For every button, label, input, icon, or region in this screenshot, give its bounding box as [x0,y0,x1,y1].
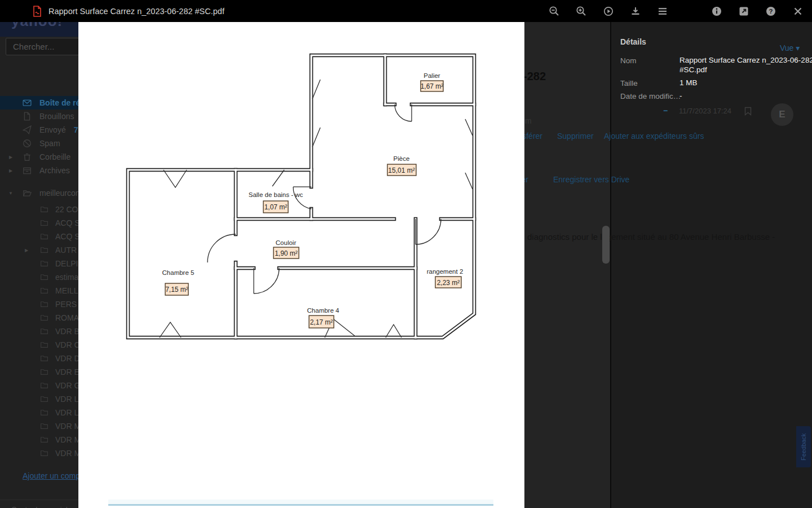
svg-text:rangement 2: rangement 2 [427,268,464,275]
svg-text:2,17 m²: 2,17 m² [310,318,333,326]
folder-icon [40,422,49,431]
supprimer-link[interactable]: Supprimer [557,132,594,141]
subfolder-label: DELPI [55,259,78,268]
pdf-viewer-topbar: Rapport Surface Carrez n_2023-06-282 #SC… [0,0,812,22]
folder-icon [40,327,49,336]
zoom-in-icon[interactable] [576,6,587,17]
svg-text:7,15 m²: 7,15 m² [165,286,188,294]
subfolder-label: VDR D [55,354,80,363]
caret-right-icon[interactable]: ▶ [23,248,30,253]
room-piece: Pièce 15,01 m² [387,155,416,176]
close-icon[interactable] [792,6,804,17]
folder-icon [40,354,49,363]
room-salle-de-bains: Salle de bains - wc 1,07 m² [249,191,303,213]
folder-label: Archives [39,166,70,175]
archive-icon [23,166,32,175]
svg-text:Salle de bains - wc: Salle de bains - wc [249,191,303,198]
bookmark-icon[interactable] [744,107,752,118]
folder-icon [40,218,49,227]
view-menu[interactable]: Vue ▾ [780,43,800,52]
subfolder-label: PERS [55,300,77,309]
folder-icon [40,300,49,309]
scrollbar-thumb[interactable] [602,226,610,264]
svg-text:1,67 m²: 1,67 m² [421,82,444,90]
svg-text:1,07 m²: 1,07 m² [264,203,288,211]
folder-icon [40,313,49,322]
download-icon[interactable] [630,6,641,17]
folder-icon [40,273,49,282]
room-chambre-5: Chambre 5 7,15 m² [162,269,195,295]
email-body-fragment: diagnostics pour le logement situé au 80… [527,232,775,242]
subfolder-label: VDR L [55,395,78,404]
next-page-rule [108,504,493,506]
folder-count-badge: 7 [74,125,78,134]
folder-label: Brouillons [39,112,74,121]
next-page-band [108,500,493,504]
folder-icon [40,408,49,417]
info-icon[interactable] [711,6,722,17]
subfolder-label: estima [55,273,78,282]
folder-icon [40,367,49,376]
expediteurs-surs-link[interactable]: Ajouter aux expéditeurs sûrs [604,132,704,141]
room-rangement-2: rangement 2 2,23 m² [427,268,464,288]
draft-icon [23,112,32,121]
email-subject-fragment: -282 [523,70,546,83]
subfolder-label: ROMA [55,313,79,322]
sender-avatar[interactable]: E [771,103,793,126]
folder-icon [40,381,49,390]
room-palier: Palier 1,67 m² [421,72,444,91]
svg-text:2,23 m²: 2,23 m² [437,279,460,287]
subfolder-label: VDR C [55,340,80,349]
spam-icon [23,139,32,148]
details-date-value: - [679,91,682,100]
subfolder-label: AUTR [55,246,77,255]
caret-down-icon[interactable]: ▼ [7,191,15,196]
floorplan-drawing: Palier 1,67 m² Pièce 15,01 m² Salle de b… [78,22,524,508]
pdf-page: Palier 1,67 m² Pièce 15,01 m² Salle de b… [78,22,524,508]
subfolder-label: VDR M [55,422,81,431]
caret-right-icon[interactable]: ▶ [7,168,15,173]
zoom-out-icon[interactable] [549,6,560,17]
enregistrer-drive-link[interactable]: Enregistrer vers Drive [553,175,629,184]
folder-icon [40,286,49,295]
subfolder-label: VDR G [55,381,80,390]
subfolder-label: VDR M [55,435,81,444]
add-account-link[interactable]: Ajouter un compte [23,471,87,480]
svg-text:1,90 m²: 1,90 m² [275,249,298,257]
svg-text:Palier: Palier [423,72,440,79]
pdf-viewer-title: Rapport Surface Carrez n_2023-06-282 #SC… [48,7,224,16]
caret-right-icon[interactable]: ▶ [7,155,15,160]
feedback-tab[interactable]: Feedback [796,426,811,467]
svg-text:Couloir: Couloir [276,239,297,246]
folder-label: Corbeille [39,152,70,161]
subfolder-label: ACQ S [55,218,80,227]
folder-label: meilleurcon [39,189,80,198]
details-nom-value: Rapport Surface Carrez n_2023-06-282 #SC… [679,56,812,75]
subfolder-label: VDR B [55,327,80,336]
popout-icon[interactable] [738,6,749,17]
subfolder-label: MEILL [55,286,78,295]
email-sender-fragment: m [525,116,532,125]
folder-icon [40,259,49,268]
room-chambre-4: Chambre 4 2,17 m² [307,307,339,328]
folder-icon [40,232,49,241]
svg-text:15,01 m²: 15,01 m² [388,167,414,174]
details-date-label: Date de modific… [620,92,681,100]
pdf-file-icon [33,6,42,17]
details-taille-label: Taille [620,79,638,87]
folder-icon [40,395,49,404]
present-icon[interactable] [603,6,614,17]
subfolder-label: VDR E [55,367,80,376]
folder-icon [40,205,49,214]
collapse-message-icon[interactable]: − [663,106,668,115]
folder-icon [40,435,49,444]
subfolder-label: VDR L [55,408,78,417]
inbox-icon [23,98,32,107]
subfolder-label: 22 CO [55,205,78,214]
menu-icon[interactable] [657,6,668,17]
folder-icon [40,340,49,349]
details-nom-label: Nom [620,56,637,65]
room-couloir: Couloir 1,90 m² [273,239,299,259]
screen: yahoo! Chercher... Boîte de réceptionBro… [0,0,812,508]
help-icon[interactable]: ? [765,6,776,17]
